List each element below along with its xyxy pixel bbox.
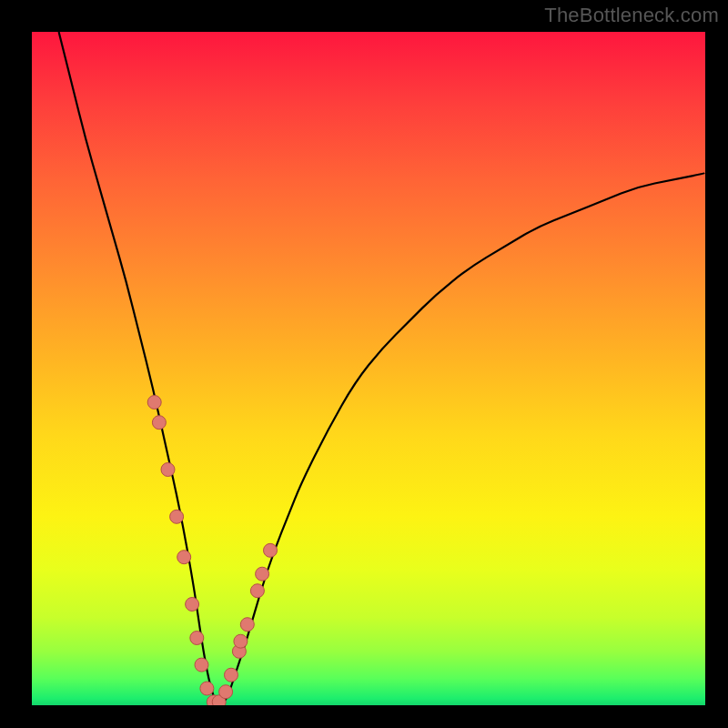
chart-svg	[32, 32, 705, 705]
data-marker	[152, 416, 166, 430]
plot-area	[32, 32, 705, 705]
bottleneck-curve	[59, 32, 705, 703]
data-marker	[264, 543, 278, 557]
data-marker	[250, 584, 264, 598]
data-marker	[195, 658, 208, 672]
chart-frame: TheBottleneck.com	[0, 0, 728, 728]
marker-group	[147, 396, 277, 706]
data-marker	[177, 551, 191, 564]
data-marker	[170, 510, 184, 523]
data-marker	[225, 668, 238, 682]
data-marker	[240, 618, 254, 632]
data-marker	[200, 682, 214, 695]
data-marker	[234, 634, 248, 648]
data-marker	[147, 396, 161, 410]
data-marker	[219, 685, 233, 699]
data-marker	[161, 463, 175, 477]
data-marker	[256, 567, 269, 581]
watermark-text: TheBottleneck.com	[544, 4, 719, 27]
data-marker	[190, 632, 204, 645]
data-marker	[186, 598, 199, 612]
